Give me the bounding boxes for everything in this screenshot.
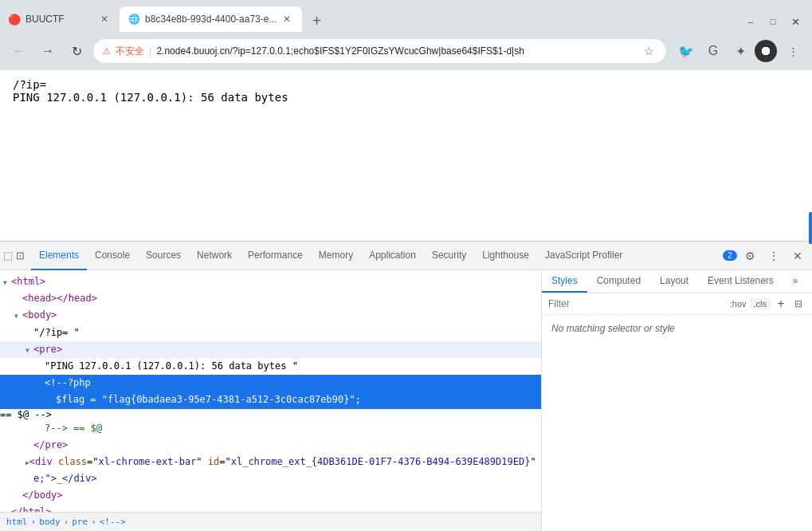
devtools-panel: ⬚ ⊡ Elements Console Sources Network Per… xyxy=(0,241,812,531)
issues-badge: 2 xyxy=(723,250,737,261)
styles-tab-layout[interactable]: Layout xyxy=(650,270,698,293)
extension-icon-1[interactable]: 🐦 xyxy=(673,38,699,64)
styles-tab-styles[interactable]: Styles xyxy=(542,270,587,293)
html-line-ping[interactable]: "PING 127.0.0.1 (127.0.0.1): 56 data byt… xyxy=(0,358,541,375)
attr-eq2: " xyxy=(196,454,207,470)
styles-filter-input[interactable] xyxy=(548,298,727,309)
maximize-button[interactable]: □ xyxy=(763,11,783,32)
tab-console[interactable]: Console xyxy=(87,242,138,270)
tab-security[interactable]: Security xyxy=(424,242,474,270)
tab2-title: b8c34e8b-993d-4400-aa73-e... xyxy=(145,14,277,25)
more-options-button[interactable]: ⋮ xyxy=(780,38,806,64)
tab-elements[interactable]: Elements xyxy=(31,242,87,270)
filter-cls-button[interactable]: .cls xyxy=(750,298,771,309)
filter-settings-button[interactable]: ⊟ xyxy=(791,297,806,311)
devtools-settings-button[interactable]: ⚙ xyxy=(739,245,761,267)
browser-chrome: 🔴 BUUCTF ✕ 🌐 b8c34e8b-993d-4400-aa73-e..… xyxy=(0,0,812,70)
address-bar[interactable]: ⚠ 不安全 | 2.node4.buuoj.cn/?ip=127.0.0.1;e… xyxy=(92,38,667,64)
buuctf-favicon-icon: 🔴 xyxy=(8,14,21,26)
html-line-comment-php[interactable]: <!--?php xyxy=(0,375,541,391)
tab-sources[interactable]: Sources xyxy=(138,242,189,270)
extension-icon-2[interactable]: G xyxy=(700,38,726,64)
attr-id-val: xl_chrome_ext_{4DB361DE-01F7-4376-B494-6… xyxy=(231,454,531,470)
triangle-html[interactable] xyxy=(3,274,11,289)
separator: | xyxy=(149,45,151,57)
breadcrumb-html[interactable]: html xyxy=(6,517,28,527)
tab-b8c[interactable]: 🌐 b8c34e8b-993d-4400-aa73-e... ✕ xyxy=(120,6,302,32)
html-line-pre[interactable]: <pre> xyxy=(0,341,541,358)
close-button[interactable]: ✕ xyxy=(785,11,806,32)
tab-js-profiler[interactable]: JavaScript Profiler xyxy=(537,242,630,270)
text-ping: "PING 127.0.0.1 (127.0.0.1): 56 data byt… xyxy=(45,359,298,374)
tab2-close-button[interactable]: ✕ xyxy=(280,12,294,26)
triangle-pre[interactable] xyxy=(25,342,33,357)
html-line-div-ext-2[interactable]: e;">_</div> xyxy=(0,470,541,487)
breadcrumb-comment[interactable]: <!--> xyxy=(100,517,126,527)
breadcrumb-sep3: › xyxy=(91,517,96,527)
devtools-more-button[interactable]: ⋮ xyxy=(763,245,785,267)
tab-network[interactable]: Network xyxy=(189,242,240,270)
no-match-text: No matching selector or style xyxy=(542,315,812,342)
page-ping-line: PING 127.0.0.1 (127.0.0.1): 56 data byte… xyxy=(13,91,799,104)
devtools-body: <html> <head></head> <body> "/?ip= " <pr… xyxy=(0,270,812,531)
reload-button[interactable]: ↻ xyxy=(64,38,89,64)
styles-filter-row: :hov .cls + ⊟ xyxy=(542,293,812,315)
tab-bar: 🔴 BUUCTF ✕ 🌐 b8c34e8b-993d-4400-aa73-e..… xyxy=(0,0,812,32)
record-icon[interactable]: ⏺ xyxy=(755,40,777,62)
devtools-dock-icon[interactable]: ⬚ xyxy=(3,250,13,262)
attr-eq3: =" xyxy=(219,454,230,470)
html-line-body[interactable]: <body> xyxy=(0,307,541,324)
tab1-favicon: 🔴 xyxy=(8,13,21,26)
tab-memory[interactable]: Memory xyxy=(311,242,361,270)
devtools-close-button[interactable]: ✕ xyxy=(787,245,809,267)
attr-eq1: =" xyxy=(87,454,98,470)
url-text: 2.node4.buuoj.cn/?ip=127.0.0.1;echo$IFS$… xyxy=(156,45,636,57)
flag-value: $flag = "flag{0badaea3-95e7-4381-a512-3c… xyxy=(56,392,361,407)
html-line-div-ext[interactable]: <div class="xl-chrome-ext-bar" id="xl_ch… xyxy=(0,454,541,470)
html-line-comment-close[interactable]: ?--> == $@ xyxy=(0,420,541,437)
html-line-flag[interactable]: $flag = "flag{0badaea3-95e7-4381-a512-3c… xyxy=(0,391,541,408)
address-bar-row: ← → ↻ ⚠ 不安全 | 2.node4.buuoj.cn/?ip=127.0… xyxy=(0,32,812,70)
forward-button[interactable]: → xyxy=(35,38,61,64)
tag-body: <body> xyxy=(22,308,57,323)
filter-add-rule-button[interactable]: + xyxy=(774,297,788,311)
devtools-inspect-icon[interactable]: ⊡ xyxy=(16,250,25,262)
breadcrumb-bar: html › body › pre › <!--> xyxy=(0,512,541,531)
tab-lighthouse[interactable]: Lighthouse xyxy=(474,242,537,270)
window-controls: – □ ✕ xyxy=(740,11,812,32)
tab-performance[interactable]: Performance xyxy=(240,242,311,270)
html-line-html[interactable]: <html> xyxy=(0,273,541,290)
html-line-pre-close[interactable]: </pre> xyxy=(0,437,541,454)
tab1-title: BUUCTF xyxy=(25,14,94,25)
extension-icon-3[interactable]: ✦ xyxy=(728,38,753,64)
bookmark-icon[interactable]: ☆ xyxy=(641,43,657,59)
html-line-head[interactable]: <head></head> xyxy=(0,290,541,307)
styles-tab-computed[interactable]: Computed xyxy=(587,270,650,293)
attr-style-cont: e;">_</div> xyxy=(33,471,96,486)
attr-id-name: id xyxy=(208,454,219,470)
attr-class-name: class xyxy=(58,454,87,470)
breadcrumb-body[interactable]: body xyxy=(39,517,61,527)
filter-hov-button[interactable]: :hov xyxy=(730,299,747,309)
tag-pre-close: </pre> xyxy=(33,438,68,453)
security-label: 不安全 xyxy=(116,45,144,58)
triangle-body[interactable] xyxy=(14,308,22,323)
new-tab-button[interactable]: + xyxy=(305,10,328,32)
attr-class-val: xl-chrome-ext-bar xyxy=(99,454,197,470)
tab-application[interactable]: Application xyxy=(361,242,424,270)
styles-tab-more[interactable]: » xyxy=(783,270,808,293)
breadcrumb-pre[interactable]: pre xyxy=(72,517,88,527)
elements-panel[interactable]: <html> <head></head> <body> "/?ip= " <pr… xyxy=(0,270,542,531)
tab1-close-button[interactable]: ✕ xyxy=(97,12,112,26)
breadcrumb-sep2: › xyxy=(64,517,69,527)
html-line-body-close[interactable]: </body> xyxy=(0,487,541,504)
devtools-right-controls: 2 ⚙ ⋮ ✕ xyxy=(723,245,809,267)
tab-buuctf[interactable]: 🔴 BUUCTF ✕ xyxy=(0,6,120,32)
attr-eq4: " xyxy=(530,454,541,470)
html-line-ip-text[interactable]: "/?ip= " xyxy=(0,324,541,341)
tab2-favicon: 🌐 xyxy=(127,13,140,26)
minimize-button[interactable]: – xyxy=(740,11,761,32)
back-button[interactable]: ← xyxy=(6,38,32,64)
styles-tab-event-listeners[interactable]: Event Listeners xyxy=(698,270,783,293)
tag-pre: <pre> xyxy=(33,342,62,357)
